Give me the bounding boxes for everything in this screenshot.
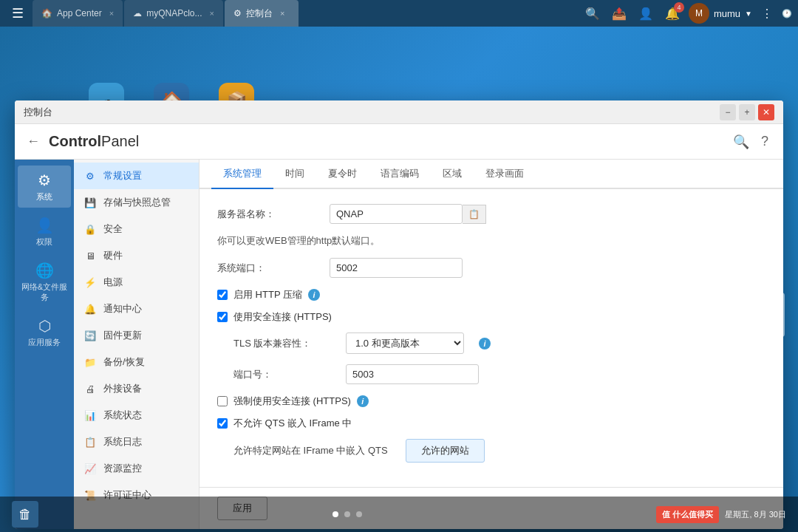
sidebar-item-apps[interactable]: ⬡ 应用服务 xyxy=(18,311,71,353)
window-controls: − + ✕ xyxy=(720,104,774,120)
http-compress-row: 启用 HTTP 压缩 i xyxy=(217,288,765,301)
taskbar-tab-close-1[interactable]: × xyxy=(210,9,214,18)
taskbar-tab-label-2: 控制台 xyxy=(246,7,273,20)
nav-item-external[interactable]: 🖨 外接设备 xyxy=(74,375,199,402)
header-help-button[interactable]: ? xyxy=(758,131,771,153)
external-nav-label: 外接设备 xyxy=(103,382,142,395)
search-icon[interactable]: 🔍 xyxy=(582,4,603,24)
logo-text: 值 什么值得买 xyxy=(662,510,713,519)
clock-area[interactable]: 🕐 xyxy=(782,9,792,18)
taskbar-tab-0[interactable]: 🏠App Center× xyxy=(33,0,123,27)
nav-item-security[interactable]: 🔒 安全 xyxy=(74,216,199,242)
storage-nav-icon: 💾 xyxy=(83,195,98,210)
brand-prefix: Control xyxy=(49,133,101,149)
taskbar-right: 🔍 📤 👤 🔔4 M mumu ▼ ⋮ 🕐 xyxy=(582,3,792,24)
server-name-input-group: 📋 xyxy=(330,204,486,224)
hamburger-menu[interactable]: ☰ xyxy=(6,2,30,24)
security-nav-label: 安全 xyxy=(103,222,123,236)
nav-item-firmware[interactable]: 🔄 固件更新 xyxy=(74,322,199,349)
nav-item-hardware[interactable]: 🖥 硬件 xyxy=(74,242,199,269)
nav-item-storage[interactable]: 💾 存储与快照总管 xyxy=(74,189,199,216)
bottom-datetime: 星期五, 8月 30日 xyxy=(725,509,786,520)
sidebar-item-permissions[interactable]: 👤 权限 xyxy=(18,211,71,253)
bottom-logo[interactable]: 值 什么值得买 xyxy=(656,506,719,523)
maximize-button[interactable]: + xyxy=(739,104,755,120)
http-compress-info-icon[interactable]: i xyxy=(308,289,320,301)
taskbar-tab-icon-2: ⚙ xyxy=(233,8,242,18)
nav-item-power[interactable]: ⚡ 电源 xyxy=(74,269,199,296)
tls-label: TLS 版本兼容性： xyxy=(233,337,337,350)
brand-title: ControlPanel xyxy=(49,133,139,150)
nav-item-resource[interactable]: 📈 资源监控 xyxy=(74,455,199,482)
tab-time-label: 时间 xyxy=(285,168,304,179)
force-https-checkbox[interactable] xyxy=(217,396,228,406)
taskbar-tab-2[interactable]: ⚙控制台× xyxy=(225,0,299,27)
nav-item-general[interactable]: ⚙ 常规设置 xyxy=(74,163,199,189)
sidebar-apps-label: 应用服务 xyxy=(28,338,61,347)
tab-sysadmin-label: 系统管理 xyxy=(223,168,262,179)
nav-item-notification[interactable]: 🔔 通知中心 xyxy=(74,296,199,322)
tab-encoding[interactable]: 语言编码 xyxy=(369,160,431,189)
tls-select[interactable]: 1.0 和更高版本 1.1 和更高版本 1.2 和更高版本 xyxy=(346,332,464,354)
taskbar-tab-close-2[interactable]: × xyxy=(280,9,284,18)
backup-nav-label: 备份/恢复 xyxy=(103,355,145,369)
header-search-button[interactable]: 🔍 xyxy=(730,131,752,153)
user-dropdown-icon[interactable]: ▼ xyxy=(745,10,752,18)
taskbar-tab-icon-0: 🏠 xyxy=(41,8,52,18)
trash-icon[interactable]: 🗑 xyxy=(12,501,38,528)
sidebar: ⚙ 系统 👤 权限 🌐 网络&文件服务 ⬡ 应用服务 xyxy=(15,160,74,529)
nav-item-syslog[interactable]: 📊 系统状态 xyxy=(74,402,199,429)
http-hint: 你可以更改WEB管理的http默认端口。 xyxy=(217,234,765,248)
window-titlebar: 控制台 − + ✕ xyxy=(15,100,783,124)
upload-icon[interactable]: 📤 xyxy=(609,4,630,24)
user-area[interactable]: M mumu ▼ xyxy=(689,3,752,24)
close-button[interactable]: ✕ xyxy=(758,104,774,120)
back-button[interactable]: ← xyxy=(27,134,40,149)
taskbar-tab-1[interactable]: ☁myQNAPclo...× xyxy=(124,0,223,27)
sidebar-item-system[interactable]: ⚙ 系统 xyxy=(18,166,71,208)
power-nav-icon: ⚡ xyxy=(83,275,98,290)
use-https-label: 使用安全连接 (HTTPS) xyxy=(233,310,332,324)
username-label: mumu xyxy=(714,8,740,19)
port-input[interactable] xyxy=(330,258,463,278)
hardware-nav-icon: 🖥 xyxy=(83,248,98,263)
user-circle-icon[interactable]: 👤 xyxy=(635,4,656,24)
nav-item-backup[interactable]: 📁 备份/恢复 xyxy=(74,349,199,375)
allowed-sites-button[interactable]: 允许的网站 xyxy=(406,439,485,463)
server-name-input[interactable] xyxy=(330,204,463,224)
minimize-button[interactable]: − xyxy=(720,104,736,120)
nav-item-log[interactable]: 📋 系统日志 xyxy=(74,429,199,455)
use-https-checkbox[interactable] xyxy=(217,312,228,322)
http-compress-checkbox[interactable] xyxy=(217,290,228,300)
power-nav-label: 电源 xyxy=(103,276,123,289)
page-dot-2[interactable] xyxy=(344,511,350,517)
tab-bar: 🏠App Center×☁myQNAPclo...×⚙控制台× xyxy=(33,0,579,27)
permissions-icon: 👤 xyxy=(35,216,54,234)
no-iframe-checkbox[interactable] xyxy=(217,418,228,429)
taskbar-tab-close-0[interactable]: × xyxy=(109,9,114,18)
server-name-suffix-btn[interactable]: 📋 xyxy=(463,205,486,224)
window-header: ← ControlPanel 🔍 ? xyxy=(15,124,783,160)
notification-icon[interactable]: 🔔4 xyxy=(662,4,683,24)
page-dot-3[interactable] xyxy=(356,511,362,517)
window-resize-handle[interactable] xyxy=(779,293,785,337)
force-https-info-icon[interactable]: i xyxy=(357,395,369,407)
trash-symbol: 🗑 xyxy=(18,507,32,522)
force-https-row: 强制使用安全连接 (HTTPS) i xyxy=(217,395,765,408)
tab-login-label: 登录画面 xyxy=(485,168,524,179)
apps-icon: ⬡ xyxy=(38,317,51,335)
tls-info-icon[interactable]: i xyxy=(479,338,491,349)
log-nav-label: 系统日志 xyxy=(103,435,142,449)
tab-dst[interactable]: 夏令时 xyxy=(316,160,369,189)
page-dot-1[interactable] xyxy=(332,511,338,517)
taskbar-tab-label-0: App Center xyxy=(57,8,102,18)
sidebar-item-network[interactable]: 🌐 网络&文件服务 xyxy=(18,256,71,307)
more-options-icon[interactable]: ⋮ xyxy=(758,4,776,24)
sidebar-system-label: 系统 xyxy=(36,192,52,202)
tab-time[interactable]: 时间 xyxy=(273,160,316,189)
allowed-sites-label: 允许特定网站在 IFrame 中嵌入 QTS xyxy=(233,444,388,457)
tab-login[interactable]: 登录画面 xyxy=(474,160,536,189)
tab-sysadmin[interactable]: 系统管理 xyxy=(211,160,273,189)
tab-region[interactable]: 区域 xyxy=(431,160,474,189)
https-port-input[interactable] xyxy=(346,364,479,384)
